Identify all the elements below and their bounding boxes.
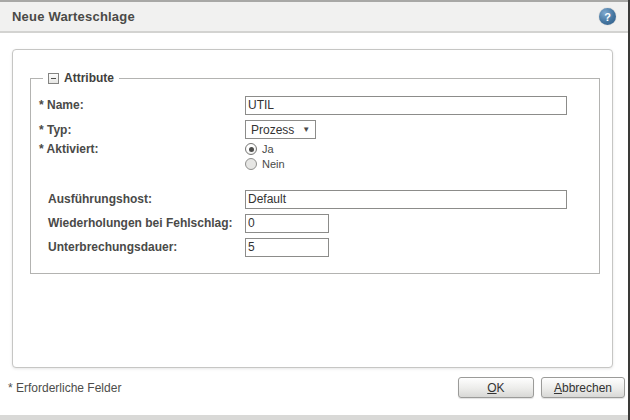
radio-option-ja[interactable]: Ja [245,143,285,155]
wiederholungen-row: Wiederholungen bei Fehlschlag: [39,211,599,235]
aktiviert-label: * Aktiviert: [39,142,245,156]
aktiviert-row: * Aktiviert: Ja Nein [39,142,599,176]
radio-icon[interactable] [245,143,257,155]
typ-row: * Typ: Prozess ▼ [39,117,599,142]
cancel-button[interactable]: Abbrechen [541,377,625,398]
dialog-buttons: OK Abbrechen [458,377,625,398]
fieldset-legend: Attribute [43,71,119,85]
window-bottom-edge [0,415,630,420]
typ-select[interactable]: Prozess ▼ [245,120,316,139]
required-fields-note: * Erforderliche Felder [8,381,121,395]
wiederholungen-label: Wiederholungen bei Fehlschlag: [39,216,245,230]
ausfuehrungshost-row: Ausführungshost: [39,187,599,211]
typ-select-value: Prozess [251,123,294,137]
help-icon-glyph: ? [604,11,611,23]
ok-button-label: OK [471,381,521,395]
fieldset-legend-label: Attribute [64,71,114,85]
unterbrechungsdauer-label: Unterbrechungsdauer: [39,240,245,254]
wiederholungen-input[interactable] [245,214,329,233]
content-panel: Attribute * Name: * Typ: Prozess ▼ * Akt… [12,49,613,368]
help-icon[interactable]: ? [599,8,616,25]
name-input[interactable] [245,96,567,115]
radio-icon[interactable] [245,158,257,170]
collapse-icon[interactable] [48,73,59,84]
dialog-title: Neue Warteschlage [12,9,135,24]
caret-down-icon: ▼ [302,125,310,134]
typ-label: * Typ: [39,123,245,137]
ausfuehrungshost-label: Ausführungshost: [39,192,245,206]
form-rows: * Name: * Typ: Prozess ▼ * Aktiviert: Ja [31,79,599,259]
name-label: * Name: [39,98,245,112]
unterbrechungsdauer-row: Unterbrechungsdauer: [39,235,599,259]
unterbrechungsdauer-input[interactable] [245,238,329,257]
cancel-button-label: Abbrechen [554,381,612,395]
name-row: * Name: [39,93,599,117]
radio-option-nein-label: Nein [262,158,285,170]
attribute-fieldset: Attribute * Name: * Typ: Prozess ▼ * Akt… [30,78,600,274]
aktiviert-radio-group: Ja Nein [245,142,285,170]
dialog-header: Neue Warteschlage ? [0,2,630,33]
radio-option-nein[interactable]: Nein [245,158,285,170]
ausfuehrungshost-input[interactable] [245,190,567,209]
radio-option-ja-label: Ja [262,143,274,155]
ok-button[interactable]: OK [458,377,534,398]
